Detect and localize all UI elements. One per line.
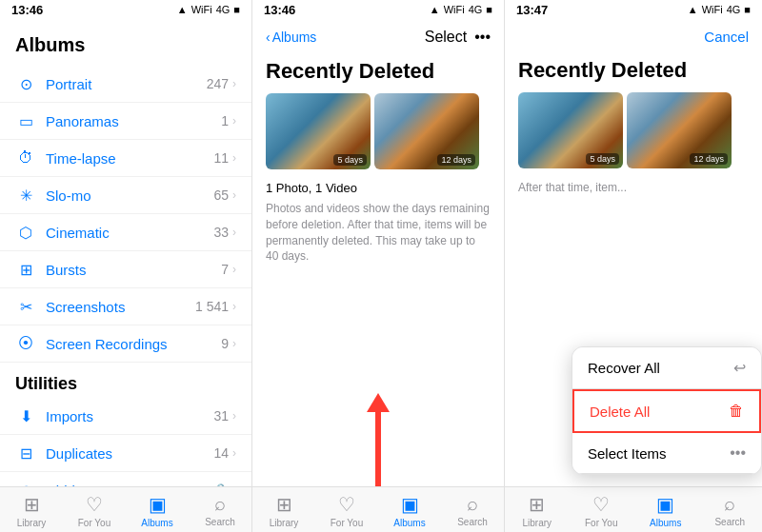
mid-nav: ‹ Albums [266,30,316,45]
foryou-tab-label: For You [78,518,110,528]
screenshots-label: Screenshots [46,299,195,315]
select-items-button[interactable]: Select Items ••• [572,433,761,474]
left-status-bar: 13:46 ▲ WiFi 4G ■ [0,0,251,19]
tab-library-right[interactable]: ⊞ Library [505,487,570,532]
media-types-list: ⊙ Portrait 247 › ▭ Panoramas 1 › ⏱ Time-… [0,66,251,486]
tab-albums-left[interactable]: ▣ Albums [126,487,189,532]
portrait-label: Portrait [46,76,207,92]
library-label-right: Library [522,518,551,528]
foryou-icon-mid: ♡ [338,493,355,516]
context-menu: Recover All ↩ Delete All 🗑 Select Items … [572,346,762,475]
mid-photo-count: 1 Photo, 1 Video [266,181,491,195]
sidebar-item-hidden[interactable]: ⊘ Hidden 🔒 › [0,472,251,486]
arrow-indicator [252,393,504,486]
sidebar-item-panoramas[interactable]: ▭ Panoramas 1 › [0,103,251,140]
library-label-mid: Library [270,518,299,528]
mid-photo-2[interactable]: 12 days [374,93,479,169]
albums-tab-icon: ▣ [149,493,167,516]
select-items-label: Select Items [588,445,667,462]
cinematic-count: 33 [213,225,229,240]
mid-status-icons: ▲ WiFi 4G ■ [430,4,492,15]
bursts-label: Bursts [46,262,221,278]
slomo-label: Slo-mo [46,187,213,204]
panoramas-count: 1 [221,113,229,128]
search-label-mid: Search [457,517,488,527]
left-status-icons: ▲ WiFi 4G ■ [177,4,240,15]
mid-photo-grid: 5 days 12 days [266,93,491,169]
more-button[interactable]: ••• [474,29,491,46]
mid-description: Photos and videos show the days remainin… [266,201,491,265]
sidebar-item-timelapse[interactable]: ⏱ Time-lapse 11 › [0,140,251,177]
timelapse-count: 11 [213,150,229,166]
tab-search-right[interactable]: ⌕ Search [698,487,763,532]
search-icon-right: ⌕ [724,493,735,515]
tab-search-left[interactable]: ⌕ Search [189,487,251,532]
recover-all-label: Recover All [588,360,660,376]
tab-library-mid[interactable]: ⊞ Library [252,487,315,532]
search-tab-label: Search [205,517,235,527]
sidebar-item-screenshots[interactable]: ✂ Screenshots 1 541 › [0,288,251,325]
back-button[interactable]: ‹ Albums [266,30,316,45]
sidebar-item-screenrec[interactable]: ⦿ Screen Recordings 9 › [0,325,251,363]
mid-header: ‹ Albums Select ••• [252,19,504,51]
tab-foryou-right[interactable]: ♡ For You [570,487,634,532]
select-button[interactable]: Select [425,29,467,46]
sidebar-item-bursts[interactable]: ⊞ Bursts 7 › [0,251,251,288]
mid-tab-bar: ⊞ Library ♡ For You ▣ Albums ⌕ Search [252,486,504,532]
right-status-icons: ▲ WiFi 4G ■ [688,4,751,15]
albums-icon-right: ▣ [656,493,674,516]
tab-library-left[interactable]: ⊞ Library [0,487,63,532]
recover-all-button[interactable]: Recover All ↩ [572,347,761,389]
albums-title: Albums [15,30,236,60]
right-description: After that time, item... [518,180,749,196]
right-days-badge-1: 5 days [586,153,619,165]
albums-tab-label: Albums [141,518,172,528]
right-photo-1[interactable]: 5 days [518,92,623,168]
right-days-badge-2: 12 days [690,153,728,165]
right-album-title: Recently Deleted [518,58,749,83]
tab-foryou-left[interactable]: ♡ For You [63,487,126,532]
search-tab-icon: ⌕ [214,493,226,515]
sidebar-item-imports[interactable]: ⬇ Imports 31 › [0,398,251,435]
search-icon-mid: ⌕ [467,493,478,515]
sidebar-item-cinematic[interactable]: ⬡ Cinematic 33 › [0,214,251,251]
duplicates-count: 14 [213,445,229,461]
tab-foryou-mid[interactable]: ♡ For You [315,487,378,532]
panoramas-icon: ▭ [15,110,36,131]
imports-label: Imports [46,408,213,424]
foryou-tab-icon: ♡ [86,493,103,516]
delete-all-label: Delete All [590,404,650,420]
delete-all-icon: 🗑 [729,403,744,420]
right-time: 13:47 [516,3,548,17]
albums-icon-mid: ▣ [401,493,419,516]
mid-panel: 13:46 ▲ WiFi 4G ■ ‹ Albums Select ••• Re… [252,0,505,532]
timelapse-label: Time-lapse [46,150,213,167]
cancel-button[interactable]: Cancel [704,29,749,45]
slomo-count: 65 [213,187,229,203]
utilities-header: Utilities [0,363,251,398]
mid-photo-1[interactable]: 5 days [266,93,371,169]
bursts-icon: ⊞ [15,259,36,280]
tab-albums-right[interactable]: ▣ Albums [633,487,698,532]
right-photo-2[interactable]: 12 days [627,92,732,168]
mid-content: Recently Deleted 5 days 12 days 1 Photo,… [252,51,504,374]
panoramas-label: Panoramas [46,113,221,129]
search-label-right: Search [714,517,745,527]
screenshots-icon: ✂ [15,296,36,317]
foryou-icon-right: ♡ [592,493,610,516]
delete-all-button[interactable]: Delete All 🗑 [572,389,761,433]
bursts-count: 7 [221,262,229,277]
sidebar-item-portrait[interactable]: ⊙ Portrait 247 › [0,66,251,103]
tab-search-mid[interactable]: ⌕ Search [441,487,504,532]
right-tab-bar: ⊞ Library ♡ For You ▣ Albums ⌕ Search [505,486,762,532]
sidebar-item-slomo[interactable]: ✳ Slo-mo 65 › [0,177,251,214]
albums-label-right: Albums [650,518,681,528]
tab-albums-mid[interactable]: ▣ Albums [378,487,441,532]
library-tab-label: Library [17,518,47,528]
left-panel: 13:46 ▲ WiFi 4G ■ Albums ⊙ Portrait 247 … [0,0,252,532]
slomo-icon: ✳ [15,185,36,206]
recover-all-icon: ↩ [733,359,746,377]
library-icon-right: ⊞ [529,493,545,516]
sidebar-item-duplicates[interactable]: ⊟ Duplicates 14 › [0,435,251,472]
duplicates-label: Duplicates [46,445,213,462]
